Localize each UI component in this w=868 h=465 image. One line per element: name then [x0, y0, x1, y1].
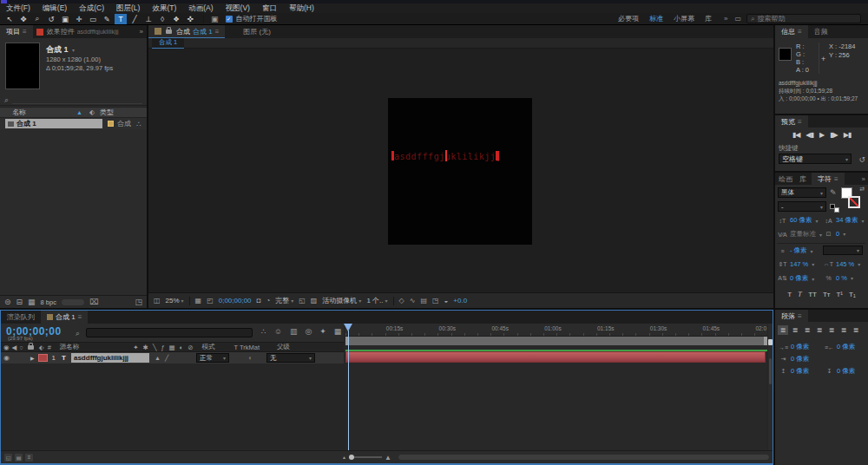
- show-channel-icon[interactable]: ◔: [266, 297, 270, 305]
- workspace-standard[interactable]: 标准: [644, 14, 668, 23]
- tab-project[interactable]: 项目≡: [0, 25, 33, 38]
- indent-left-field[interactable]: →≡0 像素: [778, 343, 809, 351]
- work-area-bar[interactable]: [345, 337, 767, 345]
- puppet-pin-tool-icon[interactable]: ✜: [184, 14, 196, 24]
- footer-scrollbar-thumb[interactable]: [62, 299, 84, 305]
- shape-tool-icon[interactable]: ▭: [87, 14, 99, 24]
- column-type[interactable]: 类型: [100, 108, 114, 117]
- transparency-grid-icon[interactable]: ▨: [311, 297, 318, 305]
- tab-effect-controls[interactable]: 效果控件 asddfffgjuklilikjjj: [47, 25, 125, 38]
- menu-item-6[interactable]: 动画(A): [182, 3, 219, 14]
- selection-tool-icon[interactable]: ↖: [3, 14, 16, 24]
- project-row-comp1[interactable]: 合成 1 合成 ∴: [0, 118, 147, 129]
- mask-visibility-icon[interactable]: ◰: [207, 297, 214, 305]
- stroke-width-control[interactable]: ≡- 像素▾: [777, 246, 813, 255]
- help-search-field[interactable]: ⌕ 搜索帮助: [746, 14, 861, 23]
- panel-menu-icon[interactable]: ≡: [23, 28, 27, 36]
- expand-layer-switches-button[interactable]: ◱: [4, 454, 12, 462]
- last-frame-button[interactable]: ▶▮: [844, 131, 852, 139]
- frame-blend-toggle-icon[interactable]: ▥: [290, 327, 298, 336]
- brush-tool-icon[interactable]: ╱: [128, 14, 141, 24]
- tab-render-queue[interactable]: 渲染队列: [1, 311, 41, 324]
- workspace-libraries[interactable]: 库: [700, 14, 717, 23]
- interpret-footage-icon[interactable]: ⊜: [4, 298, 11, 306]
- comp-marker-button[interactable]: [768, 339, 773, 345]
- layer-row-1[interactable]: ◉ ▶ 1 T asddfffgjuklilikjjj ▲ ╱ 正常▾ ◐ 无▾: [1, 352, 344, 363]
- panel-menu-icon[interactable]: ≡: [834, 175, 838, 183]
- preview-quality-icon[interactable]: ◫: [154, 297, 161, 305]
- trkmat-column[interactable]: T TrkMat: [234, 344, 260, 351]
- horizontal-scale-control[interactable]: ⇔T145 %▾: [823, 260, 860, 268]
- label-column-icon[interactable]: ⬖: [39, 344, 44, 351]
- time-ruler[interactable]: 00:15s00:30s00:45s01:00s01:15s01:30s01:4…: [345, 324, 767, 337]
- justify-last-right-button[interactable]: ≣: [838, 325, 849, 335]
- superscript-button[interactable]: T¹: [836, 291, 843, 298]
- eraser-tool-icon[interactable]: ◊: [156, 14, 168, 24]
- vertical-scrollbar[interactable]: [768, 324, 773, 450]
- motion-blur-icon[interactable]: ◐: [180, 344, 184, 351]
- tab-timeline-comp1[interactable]: 合成 1 ≡: [41, 311, 88, 324]
- indent-right-field[interactable]: ≡←0 像素: [824, 343, 855, 351]
- pan-behind-tool-icon[interactable]: ✛: [73, 14, 85, 24]
- eye-column-icon[interactable]: ◉: [3, 344, 10, 351]
- solo-column-icon[interactable]: ○: [19, 344, 23, 351]
- space-after-field[interactable]: ↧0 像素: [824, 367, 855, 376]
- viewer-timecode[interactable]: 0;00;00;00: [219, 297, 252, 305]
- magnification-dropdown[interactable]: 25%▾: [166, 297, 184, 305]
- menu-item-7[interactable]: 视图(V): [220, 3, 256, 14]
- justify-all-button[interactable]: ≣: [851, 325, 861, 335]
- hand-tool-icon[interactable]: ✥: [17, 14, 30, 24]
- horizontal-scrollbar-thumb[interactable]: [398, 455, 769, 460]
- play-button[interactable]: ▶: [819, 131, 824, 139]
- baseline-shift-control[interactable]: A⇅0 像素▾: [777, 274, 814, 283]
- menu-item-5[interactable]: 效果(T): [146, 3, 182, 14]
- mode-column[interactable]: 模式: [202, 343, 215, 351]
- font-size-control[interactable]: ↕T60 像素▾: [777, 216, 818, 225]
- text-selection-end-handle[interactable]: [496, 151, 499, 160]
- tab-info[interactable]: 信息≡: [775, 25, 808, 38]
- menu-item-4[interactable]: 图层(L): [110, 3, 146, 14]
- clone-stamp-tool-icon[interactable]: ⊥: [142, 14, 155, 24]
- camera-tool-icon[interactable]: ▣: [59, 14, 71, 24]
- align-center-button[interactable]: ≣: [790, 325, 800, 335]
- motion-blur-toggle-icon[interactable]: ◎: [305, 327, 312, 336]
- 3d-layer-icon[interactable]: ⊘: [187, 344, 193, 351]
- delete-icon[interactable]: ⌧: [89, 298, 98, 306]
- label-column-icon[interactable]: ⬖: [89, 108, 95, 116]
- stroke-color-swatch[interactable]: [848, 196, 860, 208]
- roto-brush-tool-icon[interactable]: ❖: [170, 14, 182, 24]
- number-column[interactable]: #: [48, 344, 51, 351]
- frame-blend-icon[interactable]: ▦: [169, 344, 175, 351]
- lock-icon[interactable]: [166, 29, 172, 34]
- fx-visibility-icon[interactable]: ✱: [143, 344, 148, 351]
- align-left-button[interactable]: ≣: [778, 325, 788, 335]
- text-selection-start-handle[interactable]: [391, 151, 394, 160]
- panel-menu-icon[interactable]: ≡: [798, 28, 802, 36]
- vertical-scrollbar-thumb[interactable]: [769, 358, 772, 384]
- project-search-input[interactable]: [12, 96, 142, 104]
- layer-quality-icon[interactable]: ▲: [155, 355, 161, 361]
- menu-item-3[interactable]: 合成(C): [73, 3, 110, 14]
- first-frame-button[interactable]: ▮◀: [792, 131, 800, 139]
- zoom-out-mountain-icon[interactable]: ▲: [342, 455, 346, 460]
- panel-menu-icon[interactable]: ≡: [215, 28, 220, 36]
- pixel-aspect-icon[interactable]: ◇: [399, 297, 404, 305]
- mask-icon[interactable]: ╲: [153, 344, 157, 351]
- effects-icon[interactable]: ƒ: [161, 344, 164, 351]
- tsume-control[interactable]: %0 %▾: [823, 274, 853, 282]
- bpc-button[interactable]: 8 bpc: [41, 298, 56, 306]
- layer-duration-bar[interactable]: [345, 351, 766, 363]
- chevron-down-icon[interactable]: ▾: [72, 48, 75, 53]
- zoom-in-mountain-icon[interactable]: ▲: [385, 454, 391, 462]
- expand-transfer-controls-button[interactable]: ▤: [15, 454, 23, 462]
- align-right-button[interactable]: ≣: [802, 325, 812, 335]
- fast-previews-icon[interactable]: ∿: [410, 297, 416, 305]
- horizontal-scrollbar[interactable]: [398, 455, 769, 460]
- reset-exposure-icon[interactable]: ◒: [444, 297, 449, 305]
- kerning-control[interactable]: V⁄A度量标准 -▾: [777, 230, 822, 239]
- justify-last-left-button[interactable]: ≣: [814, 325, 825, 335]
- new-composition-icon[interactable]: ▦: [28, 298, 36, 306]
- layer-visibility-icon[interactable]: ◉: [1, 354, 10, 362]
- viewer-area[interactable]: asddfffgjuklilikjjj: [148, 49, 773, 292]
- resolution-dropdown[interactable]: 完整▾: [275, 296, 293, 305]
